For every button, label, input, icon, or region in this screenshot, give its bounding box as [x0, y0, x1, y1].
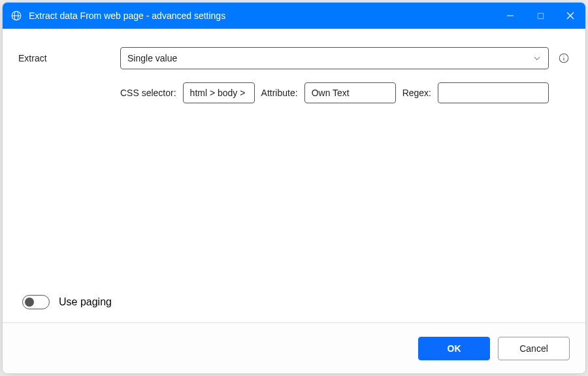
attribute-label: Attribute:: [261, 88, 298, 98]
css-selector-label: CSS selector:: [120, 88, 176, 98]
ok-button[interactable]: OK: [418, 337, 490, 360]
css-selector-input[interactable]: [183, 82, 255, 103]
cancel-button[interactable]: Cancel: [498, 337, 570, 360]
minimize-button[interactable]: [495, 3, 525, 29]
attribute-input[interactable]: [304, 82, 396, 103]
cancel-button-label: Cancel: [519, 343, 548, 354]
ok-button-label: OK: [448, 343, 461, 354]
window-controls: [495, 3, 585, 29]
dialog-footer: OK Cancel: [3, 322, 585, 373]
chevron-down-icon: [532, 54, 542, 63]
extract-dropdown[interactable]: Single value: [120, 47, 549, 69]
dialog-window: Extract data From web page - advanced se…: [2, 2, 586, 374]
use-paging-toggle[interactable]: [22, 295, 50, 309]
dialog-content: Extract Single value CSS selector: Attri…: [3, 29, 585, 322]
svg-rect-4: [538, 13, 543, 18]
window-title: Extract data From web page - advanced se…: [29, 10, 225, 21]
extract-dropdown-value: Single value: [127, 53, 177, 63]
toggle-knob: [25, 298, 34, 307]
svg-point-9: [563, 56, 564, 56]
regex-label: Regex:: [402, 88, 431, 98]
extract-row: Extract Single value: [18, 47, 570, 69]
params-row: CSS selector: Attribute: Regex:: [18, 82, 570, 103]
info-icon[interactable]: [558, 52, 570, 64]
extract-label: Extract: [18, 53, 120, 63]
use-paging-label: Use paging: [59, 296, 112, 308]
paging-row: Use paging: [18, 291, 570, 317]
regex-input[interactable]: [438, 82, 549, 103]
titlebar: Extract data From web page - advanced se…: [3, 3, 585, 29]
globe-icon: [10, 10, 22, 22]
close-button[interactable]: [555, 3, 585, 29]
maximize-button: [525, 3, 555, 29]
